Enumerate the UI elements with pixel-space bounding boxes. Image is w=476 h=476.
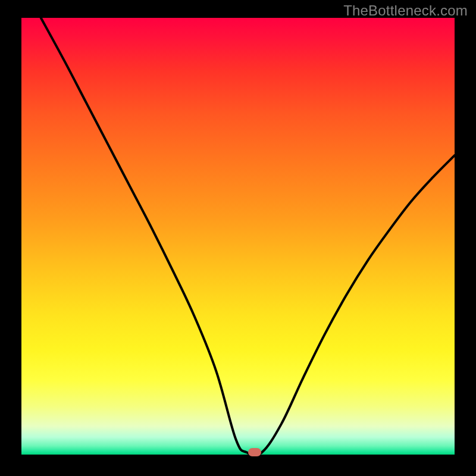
- watermark-text: TheBottleneck.com: [343, 2, 468, 19]
- bottleneck-curve: [21, 18, 455, 455]
- chart-frame: TheBottleneck.com: [0, 0, 476, 476]
- curve-layer: [21, 18, 455, 455]
- optimal-point-marker: [248, 448, 261, 456]
- plot-area: [21, 18, 455, 455]
